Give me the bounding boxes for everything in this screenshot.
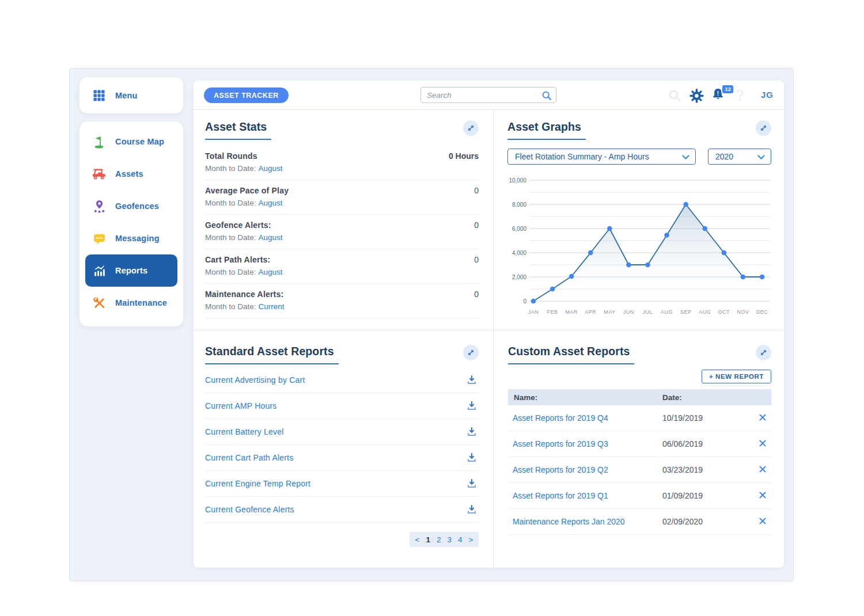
list-item: Current Battery Level [205,419,479,445]
custom-asset-reports-card: Custom Asset Reports + NEW REPORT Name: … [494,330,784,568]
stat-sub: Month to Date:August [205,164,479,173]
bar-chart-icon [91,263,107,278]
expand-icon[interactable] [463,345,479,360]
new-report-button[interactable]: + NEW REPORT [702,370,771,383]
expand-icon[interactable] [756,345,771,360]
custom-report-link[interactable]: Maintenance Reports Jan 2020 [513,517,625,526]
svg-text:JAN: JAN [528,309,539,315]
stat-row: Cart Path Alerts: Month to Date:August 0 [205,249,479,284]
search-input[interactable] [427,88,536,102]
amp-hours-line-chart: 02,0004,0006,0008,00010,000JANFEBMARAPRM… [507,173,771,320]
dashboard-panel: Menu Course Map [69,68,794,581]
sidebar-item-label: Maintenance [115,298,167,307]
expand-icon[interactable] [756,120,771,136]
gear-icon[interactable] [689,88,704,104]
sidebar-item-geofences[interactable]: Geofences [79,190,183,222]
custom-report-link[interactable]: Asset Reports for 2019 Q2 [513,465,608,474]
notifications-bell-icon[interactable]: ! 12 [710,87,727,104]
report-link[interactable]: Current Cart Path Alerts [205,453,293,462]
svg-text:4,000: 4,000 [512,250,526,256]
asset-stats-title: Asset Stats [205,120,271,140]
svg-text:!: ! [717,90,719,97]
year-dropdown[interactable]: 2020 [708,149,771,165]
asset-graphs-title: Asset Graphs [507,120,586,140]
menu-button[interactable]: Menu [79,77,183,113]
stat-value: 0 [474,220,479,230]
stat-label: Maintenance Alerts: [205,290,479,299]
year-value: 2020 [715,152,733,161]
standard-report-list: Current Advertising by Cart Current AMP … [205,367,479,523]
column-date: Date: [662,393,682,402]
asset-tracker-button[interactable]: ASSET TRACKER [204,88,289,103]
help-icon[interactable]: ? [736,87,744,104]
download-icon[interactable] [465,451,479,465]
download-icon[interactable] [465,425,479,439]
page-3[interactable]: 3 [448,535,452,544]
download-icon[interactable] [465,373,479,387]
svg-text:8,000: 8,000 [512,201,526,208]
svg-text:OCT: OCT [718,309,730,315]
report-link[interactable]: Current Advertising by Cart [205,375,305,385]
download-icon[interactable] [465,503,479,516]
sidebar-item-messaging[interactable]: Messaging [79,222,183,254]
report-date: 10/19/2019 [662,413,703,423]
stat-rows: Total Rounds Month to Date:August 0 Hour… [205,146,479,318]
report-link[interactable]: Current Geofence Alerts [205,505,294,514]
month-link[interactable]: August [259,233,283,242]
report-link[interactable]: Current Engine Temp Report [205,479,310,488]
report-type-dropdown[interactable]: Fleet Rotation Summary - Amp Hours [507,149,696,165]
page-next[interactable]: > [469,535,473,544]
sidebar-item-assets[interactable]: Assets [79,158,183,190]
golf-cart-icon [91,166,107,181]
sidebar-item-maintenance[interactable]: Maintenance [79,287,183,319]
pagination: < 1 2 3 4 > [410,532,479,547]
sidebar-item-course-map[interactable]: Course Map [79,126,183,158]
search-ghost-icon[interactable] [668,89,681,102]
grid-menu-icon [91,88,107,103]
table-row: Asset Reports for 2019 Q4 10/19/2019 [508,405,771,431]
delete-icon[interactable] [759,491,767,499]
download-icon[interactable] [465,399,479,413]
list-item: Current Cart Path Alerts [205,445,479,471]
expand-icon[interactable] [463,120,479,136]
report-link[interactable]: Current AMP Hours [205,401,277,410]
sidebar-item-label: Course Map [115,137,164,146]
report-link[interactable]: Current Battery Level [205,427,283,436]
notification-count-badge: 12 [721,84,734,94]
delete-icon[interactable] [759,465,767,473]
golf-flag-icon [91,134,107,149]
custom-report-link[interactable]: Asset Reports for 2019 Q1 [513,491,608,500]
month-link[interactable]: August [259,164,283,173]
sidebar-item-reports[interactable]: Reports [85,254,177,287]
report-date: 03/23/2019 [662,465,703,474]
sidebar-nav: Course Map Assets [79,121,183,326]
list-item: Current Geofence Alerts [205,497,479,523]
sidebar-item-label: Messaging [115,234,160,243]
avatar[interactable]: JG [761,90,774,100]
sidebar-item-label: Assets [115,169,143,178]
stat-row: Maintenance Alerts: Month to Date:Curren… [205,284,479,318]
delete-icon[interactable] [759,517,767,525]
month-link[interactable]: Current [259,302,285,311]
svg-text:2,000: 2,000 [512,274,526,280]
month-link[interactable]: August [259,268,283,276]
table-row: Asset Reports for 2019 Q1 01/09/2019 [508,483,771,509]
list-item: Current Advertising by Cart [205,367,479,393]
search-icon[interactable] [541,90,552,101]
page-4[interactable]: 4 [458,535,463,544]
delete-icon[interactable] [759,439,767,447]
svg-text:10,000: 10,000 [509,177,526,184]
svg-text:DEC: DEC [756,309,768,315]
page-1[interactable]: 1 [426,535,430,544]
page-prev[interactable]: < [415,535,420,544]
custom-report-link[interactable]: Asset Reports for 2019 Q4 [513,413,608,423]
custom-report-link[interactable]: Asset Reports for 2019 Q3 [513,439,608,448]
delete-icon[interactable] [759,413,767,421]
custom-reports-title: Custom Asset Reports [508,345,634,364]
search-box [420,87,556,103]
month-link[interactable]: August [259,199,283,207]
svg-text:NOV: NOV [737,309,749,315]
download-icon[interactable] [465,477,479,490]
report-date: 06/06/2019 [662,439,703,448]
page-2[interactable]: 2 [437,535,441,544]
